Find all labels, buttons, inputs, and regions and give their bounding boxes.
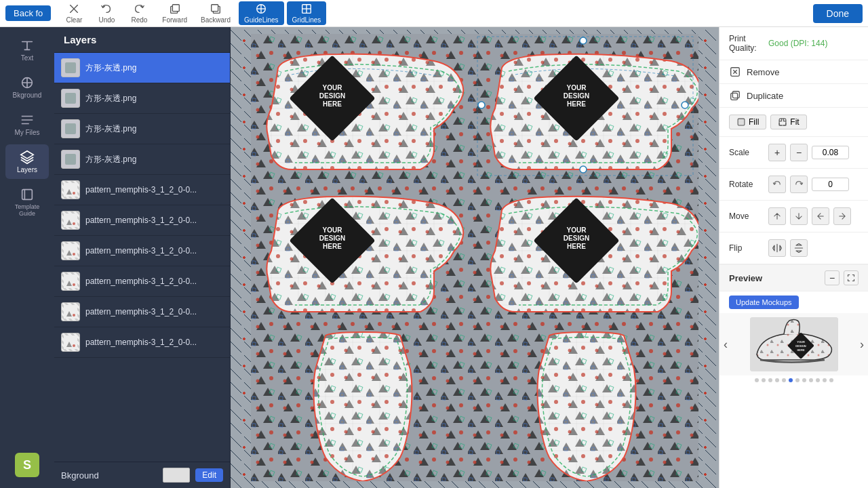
svg-text:YOUR: YOUR — [323, 226, 343, 234]
fill-fit-section: Fill Fit — [719, 108, 868, 137]
svg-rect-78 — [732, 92, 739, 98]
preview-dot[interactable] — [768, 378, 772, 382]
layer-name: pattern_memphis-3_1_2_0-0... — [85, 185, 197, 195]
preview-prev-button[interactable]: ‹ — [721, 335, 730, 354]
sidebar-item-layers[interactable]: Layers — [5, 144, 49, 179]
preview-dot[interactable] — [795, 378, 800, 382]
shoe-canvas-svg: YOUR DESIGN HERE YOUR DESIGN — [251, 34, 698, 481]
svg-point-63 — [682, 102, 688, 108]
preview-next-button[interactable]: › — [857, 335, 867, 354]
sidebar-item-bkground-label: Bkground — [13, 92, 42, 99]
fill-button[interactable]: Fill — [729, 115, 766, 129]
layer-item[interactable]: pattern_memphis-3_1_2_0-0... — [54, 327, 230, 358]
bkground-edit-button[interactable]: Edit — [195, 468, 223, 482]
flip-horizontal-button[interactable] — [768, 239, 786, 257]
update-mockup-button[interactable]: Update Mockups — [729, 296, 799, 309]
canvas-svg-container: YOUR DESIGN HERE YOUR DESIGN — [231, 27, 719, 488]
svg-text:DESIGN: DESIGN — [564, 235, 589, 242]
canvas-area[interactable]: YOUR DESIGN HERE YOUR DESIGN — [231, 27, 719, 488]
rotate-input[interactable] — [812, 178, 849, 191]
preview-dot[interactable] — [802, 378, 806, 382]
preview-dot[interactable] — [809, 378, 813, 382]
svg-text:HERE: HERE — [323, 100, 342, 108]
flip-vertical-button[interactable] — [790, 239, 808, 257]
preview-dot[interactable] — [782, 378, 786, 382]
move-up-button[interactable] — [768, 207, 786, 225]
preview-dot[interactable] — [775, 378, 779, 382]
guidelines-button[interactable]: GuideLines — [239, 1, 284, 25]
layer-item[interactable]: pattern_memphis-3_1_2_0-0... — [54, 175, 230, 205]
fill-fit-row: Fill Fit — [729, 115, 859, 129]
preview-expand-button[interactable] — [844, 270, 859, 285]
layer-item[interactable]: pattern_memphis-3_1_2_0-0... — [54, 266, 230, 297]
undo-button[interactable]: Undo — [92, 1, 121, 25]
gridlines-button[interactable]: GridLines — [287, 1, 327, 25]
move-right-button[interactable] — [833, 207, 851, 225]
layer-item[interactable]: 方形-灰透.png — [54, 144, 230, 175]
move-left-button[interactable] — [812, 207, 829, 225]
preview-collapse-button[interactable]: − — [825, 270, 840, 285]
rotate-section: Rotate — [719, 169, 868, 201]
remove-button[interactable]: Remove — [719, 60, 868, 84]
move-section: Move — [719, 201, 868, 232]
svg-point-18 — [73, 192, 75, 195]
svg-point-33 — [73, 344, 75, 347]
forward-button[interactable]: Forward — [157, 1, 193, 25]
svg-text:YOUR: YOUR — [567, 226, 587, 234]
layer-name: 方形-灰透.png — [85, 154, 136, 165]
preview-dot[interactable] — [762, 378, 766, 382]
scale-decrease-button[interactable]: − — [790, 144, 808, 161]
scale-increase-button[interactable]: + — [768, 144, 786, 161]
layer-item[interactable]: pattern_memphis-3_1_2_0-0... — [54, 205, 230, 236]
sidebar-item-templateguide-label: Template Guide — [8, 203, 46, 217]
layer-item[interactable]: 方形-灰透.png — [54, 53, 230, 83]
remove-label: Remove — [747, 67, 779, 77]
scale-section: Scale + − — [719, 137, 868, 169]
sidebar-item-bkground[interactable]: Bkground — [5, 70, 49, 104]
done-button[interactable]: Done — [813, 4, 863, 23]
svg-text:HERE: HERE — [567, 100, 586, 108]
bkground-color-swatch[interactable] — [163, 468, 190, 483]
sidebar-icons: Text Bkground My Files Layers — [0, 27, 54, 488]
layer-thumb — [61, 211, 80, 230]
preview-dot[interactable] — [789, 378, 793, 382]
backward-button[interactable]: Backward — [195, 1, 236, 25]
rotate-cw-button[interactable] — [790, 176, 808, 193]
move-down-button[interactable] — [790, 207, 808, 225]
clear-button[interactable]: Clear — [59, 1, 89, 25]
redo-button[interactable]: Redo — [124, 1, 154, 25]
duplicate-button[interactable]: Duplicate — [719, 84, 868, 108]
print-quality-value: Good (DPI: 144) — [768, 39, 827, 48]
fit-button[interactable]: Fit — [770, 115, 806, 129]
preview-dot[interactable] — [755, 378, 759, 382]
preview-dots — [719, 375, 868, 385]
move-row: Move — [729, 207, 859, 225]
scale-input[interactable] — [812, 146, 849, 159]
layer-item[interactable]: pattern_memphis-3_1_2_0-0... — [54, 236, 230, 266]
preview-title: Preview — [729, 273, 821, 283]
rotate-ccw-button[interactable] — [768, 176, 786, 193]
svg-rect-3 — [212, 5, 218, 12]
layer-item[interactable]: 方形-灰透.png — [54, 83, 230, 114]
svg-text:YOUR: YOUR — [797, 340, 805, 344]
properties-panel: Print Quality: Good (DPI: 144) Remove Du… — [719, 27, 868, 488]
layer-item[interactable]: 方形-灰透.png — [54, 114, 230, 144]
preview-dot[interactable] — [823, 378, 827, 382]
sidebar-item-myfiles[interactable]: My Files — [5, 107, 49, 142]
preview-section: Preview − Update Mockups ‹ — [719, 264, 868, 385]
sidebar-item-templateguide[interactable]: Template Guide — [5, 182, 49, 222]
back-button[interactable]: Back fo — [5, 5, 51, 21]
layer-name: pattern_memphis-3_1_2_0-0... — [85, 277, 197, 286]
shoe-piece-bottom-left — [314, 332, 412, 481]
rotate-label: Rotate — [729, 180, 764, 189]
layer-item[interactable]: pattern_memphis-3_1_2_0-0... — [54, 297, 230, 327]
preview-dot[interactable] — [816, 378, 820, 382]
svg-text:HERE: HERE — [797, 348, 804, 352]
preview-dot[interactable] — [829, 378, 833, 382]
sidebar-item-text[interactable]: Text — [5, 33, 49, 67]
layers-list: 方形-灰透.png方形-灰透.png方形-灰透.png方形-灰透.pngpatt… — [54, 53, 230, 462]
svg-text:DESIGN: DESIGN — [319, 235, 345, 242]
layers-header: Layers — [54, 27, 230, 53]
svg-point-27 — [73, 283, 75, 286]
preview-header: Preview − — [719, 265, 868, 291]
